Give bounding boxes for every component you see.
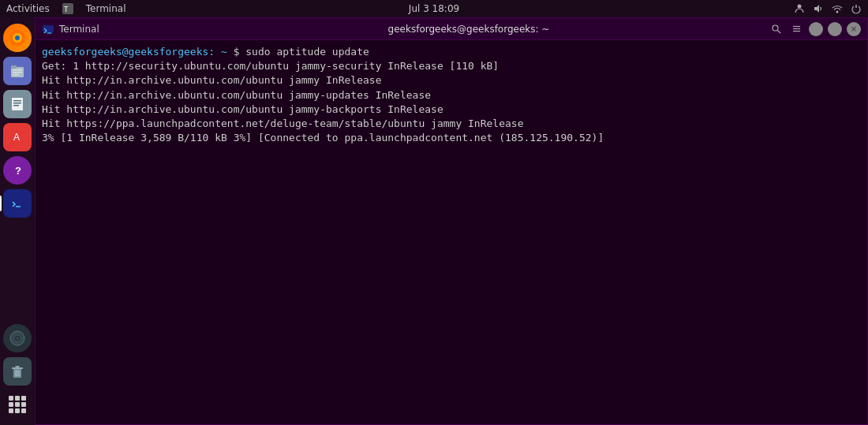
application-dock: A ? — [0, 17, 35, 425]
svg-rect-32 — [43, 25, 54, 33]
terminal-output[interactable]: geeksforgeeks@geeksforgeeks: ~ $ sudo ap… — [36, 40, 867, 424]
svg-rect-12 — [13, 74, 19, 76]
svg-rect-11 — [13, 72, 22, 73]
terminal-line-1: Get: 1 http://security.ubuntu.com/ubuntu… — [42, 60, 499, 72]
svg-text:?: ? — [15, 165, 21, 177]
titlebar-controls: × — [768, 22, 861, 36]
svg-point-25 — [17, 337, 18, 339]
titlebar-left: Terminal — [42, 23, 99, 35]
terminal-window: Terminal geeksforgeeks@geeksforgeeks: ~ … — [35, 17, 868, 425]
minimize-button[interactable] — [809, 22, 823, 36]
grid-icon — [9, 396, 26, 413]
terminal-line-5: Hit https://ppa.launchpadcontent.net/del… — [42, 117, 523, 129]
close-button[interactable]: × — [847, 22, 861, 36]
svg-marker-3 — [814, 5, 819, 13]
volume-icon[interactable] — [813, 3, 824, 14]
terminal-command: sudo aptitude update — [239, 46, 369, 58]
sidebar-item-help[interactable]: ? — [3, 156, 32, 185]
terminal-prompt-user: geeksforgeeks@geeksforgeeks — [42, 46, 208, 58]
sidebar-item-dvd[interactable] — [3, 324, 32, 352]
svg-text:A: A — [13, 132, 20, 143]
terminal-line-4: Hit http://in.archive.ubuntu.com/ubuntu … — [42, 103, 443, 115]
svg-line-35 — [777, 31, 780, 34]
sidebar-item-software[interactable]: A — [3, 123, 32, 151]
sidebar-item-terminal[interactable] — [3, 189, 32, 218]
power-icon[interactable] — [851, 3, 862, 14]
terminal-window-title: geeksforgeeks@geeksforgeeks: ~ — [388, 24, 550, 35]
svg-point-34 — [773, 25, 778, 31]
svg-rect-27 — [12, 367, 23, 369]
sidebar-item-firefox[interactable] — [3, 24, 32, 52]
terminal-prompt-colon: : — [208, 46, 215, 58]
sidebar-item-show-applications[interactable] — [3, 390, 32, 419]
svg-rect-16 — [13, 105, 19, 106]
sidebar-item-trash[interactable] — [3, 357, 32, 386]
top-system-bar: Activities T Terminal Jul 3 18:09 — [0, 0, 868, 17]
svg-rect-10 — [13, 69, 22, 71]
terminal-tab-label[interactable]: Terminal — [59, 24, 99, 35]
svg-point-7 — [15, 35, 20, 40]
svg-rect-14 — [13, 100, 21, 102]
svg-point-2 — [798, 5, 802, 9]
terminal-line-2: Hit http://in.archive.ubuntu.com/ubuntu … — [42, 74, 381, 86]
maximize-button[interactable] — [828, 22, 842, 36]
terminal-prompt-dollar: $ — [227, 46, 240, 58]
top-bar-left: Activities T Terminal — [6, 3, 125, 14]
sidebar-item-texteditor[interactable] — [3, 90, 32, 118]
terminal-line-3: Hit http://in.archive.ubuntu.com/ubuntu … — [42, 89, 431, 101]
user-icon[interactable] — [794, 3, 805, 14]
svg-rect-13 — [12, 98, 23, 110]
terminal-search-button[interactable] — [768, 22, 784, 36]
terminal-titlebar: Terminal geeksforgeeks@geeksforgeeks: ~ … — [36, 18, 867, 40]
terminal-topbar-label[interactable]: Terminal — [86, 3, 126, 14]
terminal-line-6: 3% [1 InRelease 3,589 B/110 kB 3%] [Conn… — [42, 132, 604, 144]
sidebar-item-files[interactable] — [3, 57, 32, 85]
activities-button[interactable]: Activities — [6, 3, 50, 14]
terminal-menu-button[interactable] — [788, 22, 804, 36]
svg-rect-15 — [13, 103, 21, 104]
svg-rect-21 — [10, 198, 24, 209]
network-icon[interactable] — [832, 3, 843, 14]
svg-rect-28 — [16, 366, 20, 367]
terminal-prompt-dir: ~ — [215, 46, 227, 58]
svg-text:T: T — [64, 6, 69, 13]
terminal-topbar-icon: T — [62, 3, 73, 14]
svg-point-4 — [836, 11, 839, 13]
svg-rect-9 — [11, 65, 17, 69]
system-clock: Jul 3 18:09 — [409, 3, 459, 14]
terminal-window-icon — [42, 23, 54, 35]
top-bar-right — [794, 3, 862, 14]
